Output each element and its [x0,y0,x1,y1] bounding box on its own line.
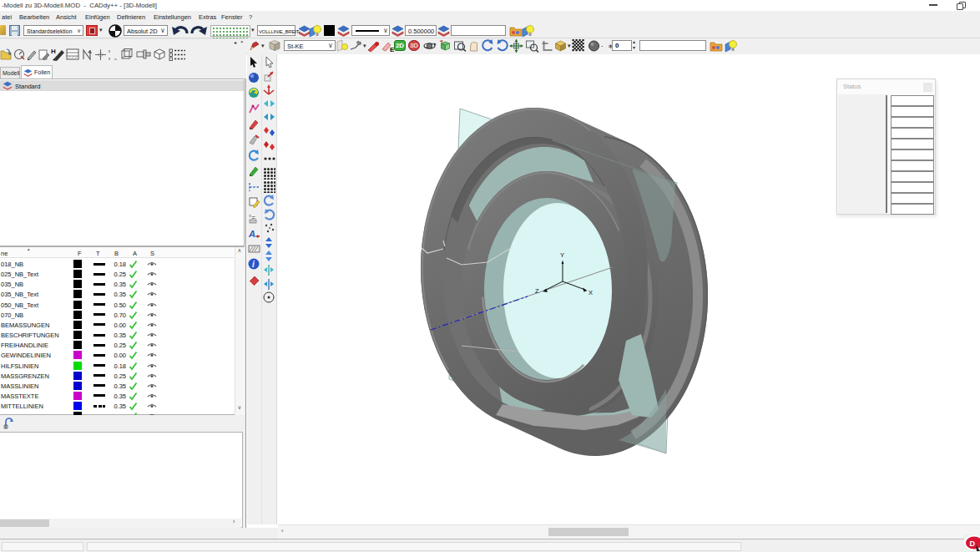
svg-text:X: X [589,289,593,296]
svg-text:H: H [51,48,56,55]
svg-text:Z: Z [535,287,539,295]
svg-text:Y: Y [560,251,564,259]
svg-text:D: D [970,539,976,548]
svg-text:A: A [248,229,255,239]
svg-text:i: i [252,260,255,269]
